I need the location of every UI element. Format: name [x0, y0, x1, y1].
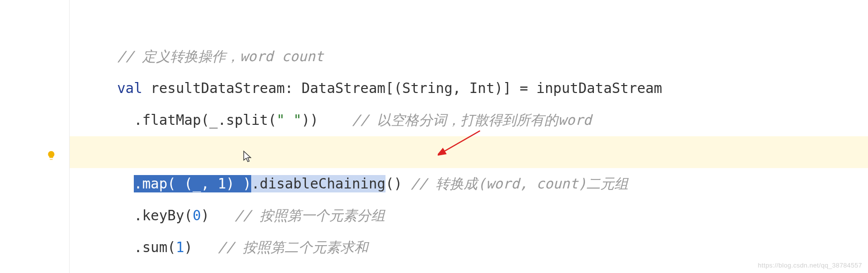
code-text: .sum(: [134, 239, 176, 256]
code-line[interactable]: .sum(1) // 按照第二个元素求和: [70, 200, 868, 232]
editor-gutter: [0, 0, 70, 273]
svg-line-0: [443, 131, 480, 152]
code-text: ): [184, 239, 217, 256]
code-line[interactable]: .keyBy(0) // 按照第一个元素分组: [70, 168, 868, 200]
mouse-cursor-icon: [243, 150, 253, 163]
code-line[interactable]: // 定义转换操作，word count: [70, 9, 868, 41]
watermark-text: https://blog.csdn.net/qq_38784557: [758, 262, 862, 269]
comment: // 按照第二个元素求和: [218, 239, 369, 256]
code-line[interactable]: val resultDataStream: DataStream[(String…: [70, 41, 868, 73]
lightbulb-icon[interactable]: [46, 148, 57, 159]
code-line[interactable]: .flatMap(_.split(" ")) // 以空格分词，打散得到所有的w…: [70, 73, 868, 104]
number-literal: 1: [176, 239, 184, 256]
annotation-arrow-icon: [438, 128, 482, 158]
